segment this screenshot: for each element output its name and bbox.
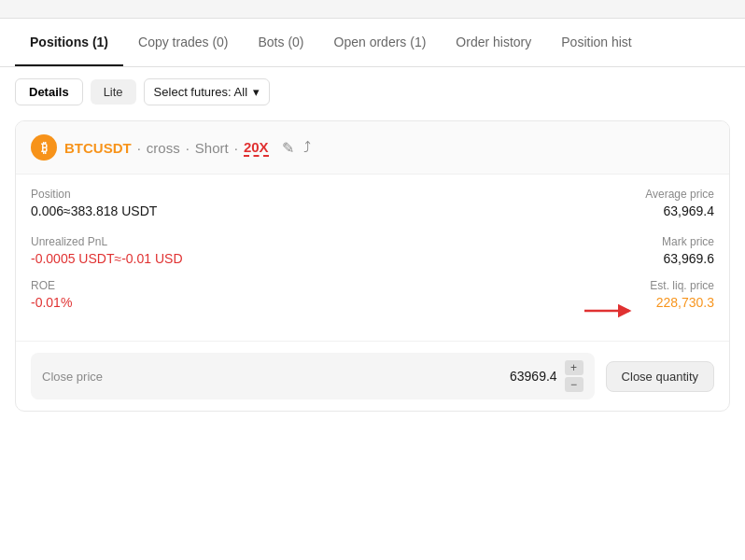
unrealized-cell: Unrealized PnL -0.0005 USDT≈-0.01 USD — [31, 235, 372, 266]
roe-cell: ROE -0.01% — [31, 279, 372, 328]
avg-price-label: Average price — [645, 188, 714, 201]
roe-row: ROE -0.01% Est. liq. price 228,730.3 — [31, 279, 714, 328]
nav-tabs: Positions (1) Copy trades (0) Bots (0) O… — [0, 19, 745, 67]
select-futures-dropdown[interactable]: Select futures: All ▾ — [144, 78, 270, 105]
share-icon[interactable]: ⤴ — [303, 139, 311, 157]
unrealized-value: -0.0005 USDT≈-0.01 USD — [31, 251, 372, 266]
position-label: Position — [31, 188, 372, 201]
tab-order-history[interactable]: Order history — [441, 19, 546, 66]
details-button[interactable]: Details — [15, 78, 83, 105]
tab-open-orders[interactable]: Open orders (1) — [319, 19, 442, 66]
pair-name: BTCUSDT — [64, 140, 132, 156]
avg-price-cell: Average price 63,969.4 — [372, 188, 714, 218]
tab-bots[interactable]: Bots (0) — [244, 19, 319, 66]
pair-separator-1: · — [137, 140, 141, 156]
select-futures-label: Select futures: All — [154, 85, 247, 99]
mark-price-label: Mark price — [662, 235, 714, 248]
mark-price-value: 63,969.6 — [664, 251, 715, 266]
chevron-down-icon: ▾ — [253, 85, 260, 99]
mark-price-cell: Mark price 63,969.6 — [372, 235, 714, 266]
pair-direction: Short — [195, 140, 229, 156]
est-liq-value: 228,730.3 — [656, 295, 714, 310]
roe-label: ROE — [31, 279, 372, 292]
coin-symbol: ₿ — [41, 140, 48, 155]
stepper-down-button[interactable]: − — [565, 377, 583, 392]
position-value: 0.006≈383.818 USDT — [31, 203, 372, 218]
position-card: ₿ BTCUSDT · cross · Short · 20X ✎ ⤴ Posi… — [15, 120, 730, 412]
pair-separator-2: · — [186, 140, 190, 156]
leverage-badge: 20X — [244, 139, 269, 157]
tab-bots-label: Bots (0) — [259, 35, 304, 49]
btc-icon: ₿ — [31, 134, 57, 161]
tab-positions-label: Positions (1) — [30, 35, 108, 49]
stepper-up-button[interactable]: + — [565, 360, 583, 375]
tab-open-orders-label: Open orders (1) — [334, 35, 427, 49]
top-bar — [0, 0, 745, 19]
close-price-label: Close price — [42, 370, 502, 384]
toolbar: Details Lite Select futures: All ▾ — [0, 67, 745, 117]
card-header: ₿ BTCUSDT · cross · Short · 20X ✎ ⤴ — [16, 121, 729, 175]
tab-copy-trades[interactable]: Copy trades (0) — [123, 19, 243, 66]
tab-copy-trades-label: Copy trades (0) — [138, 35, 228, 49]
est-liq-cell: Est. liq. price 228,730.3 — [650, 279, 714, 310]
price-stepper[interactable]: + − — [565, 360, 583, 392]
lite-button[interactable]: Lite — [91, 79, 136, 105]
arrow-est-liq-cell: Est. liq. price 228,730.3 — [372, 279, 714, 328]
card-body: Position 0.006≈383.818 USDT Average pric… — [16, 175, 729, 341]
roe-value: -0.01% — [31, 295, 372, 310]
close-quantity-button[interactable]: Close quantity — [606, 361, 714, 392]
avg-price-value: 63,969.4 — [664, 203, 715, 218]
est-liq-label: Est. liq. price — [650, 279, 714, 292]
close-price-input[interactable]: Close price 63969.4 + − — [31, 353, 595, 399]
close-price-value: 63969.4 — [510, 369, 557, 384]
pair-info: BTCUSDT · cross · Short · 20X — [64, 139, 269, 157]
card-footer: Close price 63969.4 + − Close quantity — [16, 341, 729, 411]
data-grid: Position 0.006≈383.818 USDT Average pric… — [31, 188, 714, 266]
tab-position-hist[interactable]: Position hist — [546, 19, 646, 66]
unrealized-label: Unrealized PnL — [31, 235, 372, 248]
edit-icon[interactable]: ✎ — [282, 139, 294, 157]
pair-mode: cross — [147, 140, 180, 156]
header-icons: ✎ ⤴ — [282, 139, 311, 157]
tab-positions[interactable]: Positions (1) — [15, 19, 123, 66]
position-cell: Position 0.006≈383.818 USDT — [31, 188, 372, 218]
red-arrow-icon — [583, 301, 639, 328]
tab-order-history-label: Order history — [456, 35, 531, 49]
tab-position-hist-label: Position hist — [561, 35, 631, 49]
pair-separator-3: · — [234, 140, 238, 156]
